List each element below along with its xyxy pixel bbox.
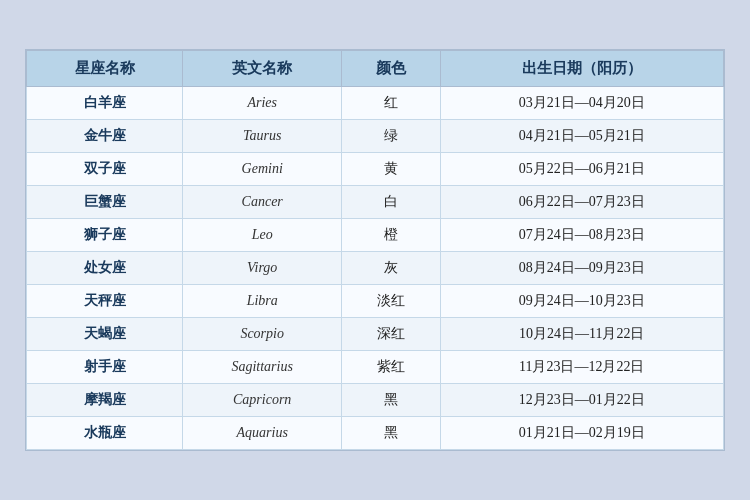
- cell-color: 深红: [342, 318, 440, 351]
- cell-color: 黑: [342, 417, 440, 450]
- cell-english: Sagittarius: [183, 351, 342, 384]
- cell-chinese: 处女座: [27, 252, 183, 285]
- table-row: 狮子座Leo橙07月24日—08月23日: [27, 219, 724, 252]
- cell-chinese: 射手座: [27, 351, 183, 384]
- cell-dates: 07月24日—08月23日: [440, 219, 723, 252]
- cell-color: 绿: [342, 120, 440, 153]
- cell-chinese: 摩羯座: [27, 384, 183, 417]
- col-header-color: 颜色: [342, 51, 440, 87]
- cell-english: Cancer: [183, 186, 342, 219]
- cell-english: Libra: [183, 285, 342, 318]
- table-header-row: 星座名称 英文名称 颜色 出生日期（阳历）: [27, 51, 724, 87]
- col-header-english: 英文名称: [183, 51, 342, 87]
- table-row: 处女座Virgo灰08月24日—09月23日: [27, 252, 724, 285]
- table-row: 水瓶座Aquarius黑01月21日—02月19日: [27, 417, 724, 450]
- cell-chinese: 水瓶座: [27, 417, 183, 450]
- cell-color: 黑: [342, 384, 440, 417]
- cell-dates: 04月21日—05月21日: [440, 120, 723, 153]
- cell-color: 灰: [342, 252, 440, 285]
- zodiac-table: 星座名称 英文名称 颜色 出生日期（阳历） 白羊座Aries红03月21日—04…: [26, 50, 724, 450]
- cell-english: Virgo: [183, 252, 342, 285]
- cell-color: 黄: [342, 153, 440, 186]
- table-row: 天蝎座Scorpio深红10月24日—11月22日: [27, 318, 724, 351]
- cell-dates: 05月22日—06月21日: [440, 153, 723, 186]
- cell-color: 白: [342, 186, 440, 219]
- cell-chinese: 金牛座: [27, 120, 183, 153]
- cell-english: Leo: [183, 219, 342, 252]
- table-row: 射手座Sagittarius紫红11月23日—12月22日: [27, 351, 724, 384]
- cell-english: Taurus: [183, 120, 342, 153]
- cell-english: Capricorn: [183, 384, 342, 417]
- cell-chinese: 白羊座: [27, 87, 183, 120]
- table-row: 摩羯座Capricorn黑12月23日—01月22日: [27, 384, 724, 417]
- cell-dates: 12月23日—01月22日: [440, 384, 723, 417]
- cell-english: Aries: [183, 87, 342, 120]
- table-row: 天秤座Libra淡红09月24日—10月23日: [27, 285, 724, 318]
- cell-chinese: 巨蟹座: [27, 186, 183, 219]
- col-header-dates: 出生日期（阳历）: [440, 51, 723, 87]
- cell-dates: 08月24日—09月23日: [440, 252, 723, 285]
- cell-chinese: 狮子座: [27, 219, 183, 252]
- cell-color: 紫红: [342, 351, 440, 384]
- table-row: 双子座Gemini黄05月22日—06月21日: [27, 153, 724, 186]
- cell-chinese: 双子座: [27, 153, 183, 186]
- zodiac-table-container: 星座名称 英文名称 颜色 出生日期（阳历） 白羊座Aries红03月21日—04…: [25, 49, 725, 451]
- cell-dates: 11月23日—12月22日: [440, 351, 723, 384]
- table-row: 巨蟹座Cancer白06月22日—07月23日: [27, 186, 724, 219]
- cell-dates: 01月21日—02月19日: [440, 417, 723, 450]
- cell-dates: 03月21日—04月20日: [440, 87, 723, 120]
- table-row: 白羊座Aries红03月21日—04月20日: [27, 87, 724, 120]
- cell-chinese: 天蝎座: [27, 318, 183, 351]
- zodiac-table-body: 白羊座Aries红03月21日—04月20日金牛座Taurus绿04月21日—0…: [27, 87, 724, 450]
- cell-dates: 10月24日—11月22日: [440, 318, 723, 351]
- cell-dates: 06月22日—07月23日: [440, 186, 723, 219]
- cell-color: 淡红: [342, 285, 440, 318]
- cell-english: Scorpio: [183, 318, 342, 351]
- col-header-chinese: 星座名称: [27, 51, 183, 87]
- cell-color: 橙: [342, 219, 440, 252]
- cell-english: Aquarius: [183, 417, 342, 450]
- table-row: 金牛座Taurus绿04月21日—05月21日: [27, 120, 724, 153]
- cell-dates: 09月24日—10月23日: [440, 285, 723, 318]
- cell-chinese: 天秤座: [27, 285, 183, 318]
- cell-color: 红: [342, 87, 440, 120]
- cell-english: Gemini: [183, 153, 342, 186]
